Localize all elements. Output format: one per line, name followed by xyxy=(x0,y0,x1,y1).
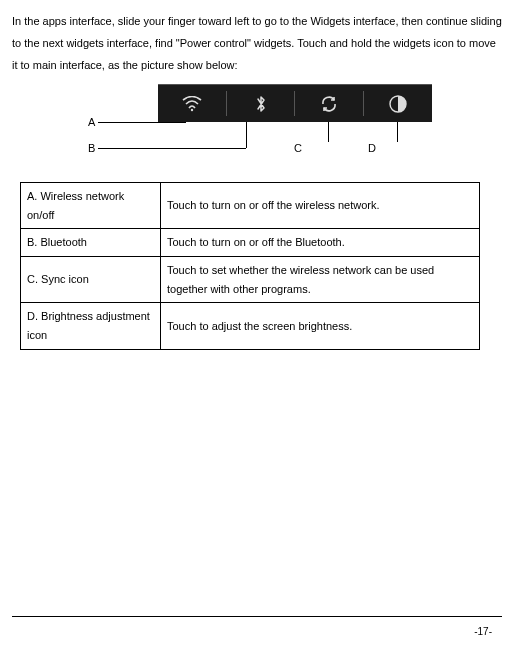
wifi-toggle[interactable] xyxy=(158,85,227,122)
page-number: -17- xyxy=(474,626,492,637)
svg-point-0 xyxy=(191,108,193,110)
cell-label: A. Wireless network on/off xyxy=(21,183,161,229)
wifi-icon xyxy=(182,96,202,112)
widget-diagram: A B C D xyxy=(32,84,482,174)
leader-line xyxy=(246,122,247,148)
table-row: D. Brightness adjustment icon Touch to a… xyxy=(21,303,480,349)
cell-desc: Touch to adjust the screen brightness. xyxy=(161,303,480,349)
leader-line xyxy=(98,122,186,123)
leader-line xyxy=(328,122,329,142)
footer-rule xyxy=(12,616,502,617)
bluetooth-icon xyxy=(254,94,268,114)
table-row: C. Sync icon Touch to set whether the wi… xyxy=(21,257,480,303)
leader-line xyxy=(397,122,398,142)
power-control-widget xyxy=(158,84,432,122)
callout-b: B xyxy=(88,142,95,154)
callout-c: C xyxy=(294,142,302,154)
cell-label: B. Bluetooth xyxy=(21,229,161,257)
sync-toggle[interactable] xyxy=(295,85,364,122)
cell-label: D. Brightness adjustment icon xyxy=(21,303,161,349)
callout-d: D xyxy=(368,142,376,154)
cell-label: C. Sync icon xyxy=(21,257,161,303)
bluetooth-toggle[interactable] xyxy=(227,85,296,122)
callout-a: A xyxy=(88,116,95,128)
description-table: A. Wireless network on/off Touch to turn… xyxy=(20,182,480,350)
cell-desc: Touch to turn on or off the wireless net… xyxy=(161,183,480,229)
cell-desc: Touch to turn on or off the Bluetooth. xyxy=(161,229,480,257)
brightness-control[interactable] xyxy=(364,85,433,122)
intro-text: In the apps interface, slide your finger… xyxy=(12,10,502,76)
sync-icon xyxy=(320,95,338,113)
brightness-icon xyxy=(389,95,407,113)
table-row: B. Bluetooth Touch to turn on or off the… xyxy=(21,229,480,257)
table-row: A. Wireless network on/off Touch to turn… xyxy=(21,183,480,229)
leader-line xyxy=(98,148,246,149)
cell-desc: Touch to set whether the wireless networ… xyxy=(161,257,480,303)
